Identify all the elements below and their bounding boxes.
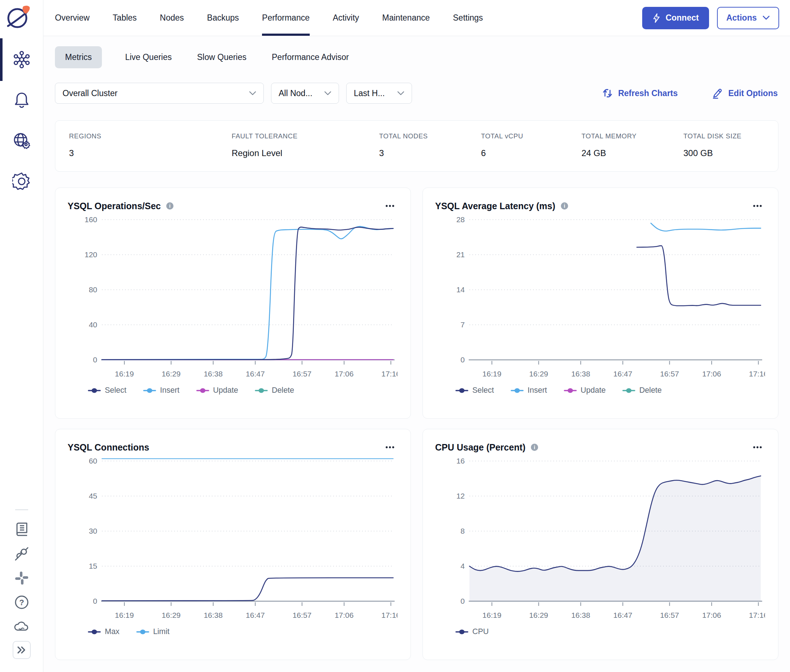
chart-menu-button[interactable] [381,442,398,453]
refresh-charts-label: Refresh Charts [618,88,678,98]
charts-grid: YSQL Operations/Seci0408012016016:1916:2… [55,187,779,660]
refresh-icon [602,88,613,99]
legend-marker [511,388,524,394]
legend-item-select[interactable]: Select [88,386,127,395]
legend-item-select[interactable]: Select [455,386,494,395]
svg-text:40: 40 [89,320,97,329]
sub-tabs: MetricsLive QueriesSlow QueriesPerforman… [43,36,790,68]
svg-text:0: 0 [93,597,97,605]
chart-card-ysql-ops: YSQL Operations/Seci0408012016016:1916:2… [55,187,411,419]
legend-item-update[interactable]: Update [564,386,606,395]
time-range-select[interactable]: Last H... [346,83,412,104]
tab-activity[interactable]: Activity [333,0,359,36]
subtab-slow-queries[interactable]: Slow Queries [195,46,248,68]
legend-item-update[interactable]: Update [196,386,238,395]
legend-item-limit[interactable]: Limit [136,627,170,636]
svg-text:16:19: 16:19 [482,611,502,619]
legend-label: Limit [153,627,170,636]
legend-item-insert[interactable]: Insert [511,386,547,395]
svg-text:16:38: 16:38 [571,370,591,378]
svg-text:17:16: 17:16 [381,370,397,378]
svg-text:16:57: 16:57 [660,611,679,619]
cluster-select[interactable]: Overall Cluster [55,83,264,104]
summary-value: Region Level [232,148,379,158]
tab-maintenance[interactable]: Maintenance [382,0,430,36]
chart-legend: CPU [435,627,766,636]
summary-total-disk-size: TOTAL DISK SIZE300 GB [683,132,764,158]
slack-icon[interactable] [14,570,30,586]
edit-options-button[interactable]: Edit Options [711,88,778,99]
svg-text:120: 120 [85,250,97,259]
legend-item-delete[interactable]: Delete [255,386,294,395]
network-access-globe-icon [12,131,31,150]
tab-nodes[interactable]: Nodes [160,0,184,36]
legend-marker [143,388,156,394]
legend-label: Max [105,627,120,636]
svg-text:28: 28 [457,215,465,224]
subtab-performance-advisor[interactable]: Performance Advisor [269,46,351,68]
tab-performance[interactable]: Performance [262,0,310,36]
refresh-charts-button[interactable]: Refresh Charts [602,88,678,99]
summary-total-nodes: TOTAL NODES3 [379,132,481,158]
tab-overview[interactable]: Overview [55,0,90,36]
sidebar-item-clusters[interactable] [0,44,43,75]
chart-menu-button[interactable] [749,200,766,211]
series-insert [102,227,393,360]
summary-label: REGIONS [69,132,232,140]
subtab-metrics[interactable]: Metrics [55,46,102,68]
tab-backups[interactable]: Backups [207,0,239,36]
svg-text:12: 12 [457,492,465,500]
legend-item-insert[interactable]: Insert [143,386,179,395]
sidebar: ? [0,0,43,672]
summary-total-memory: TOTAL MEMORY24 GB [582,132,683,158]
chart-menu-button[interactable] [749,442,766,453]
svg-text:17:16: 17:16 [381,611,397,619]
info-icon[interactable]: i [530,443,539,451]
svg-text:16:47: 16:47 [613,611,633,619]
svg-text:80: 80 [89,285,97,294]
cloud-status-icon[interactable] [13,619,30,633]
legend-item-delete[interactable]: Delete [622,386,662,395]
time-range-select-value: Last H... [354,88,385,98]
svg-text:16:29: 16:29 [162,370,181,378]
chart-menu-button[interactable] [381,200,398,211]
cluster-network-icon [12,50,31,69]
svg-text:45: 45 [89,492,97,500]
actions-button[interactable]: Actions [717,7,779,29]
chart-title: YSQL Operations/Sec [67,201,161,211]
summary-value: 300 GB [683,148,764,158]
ellipsis-icon [384,445,396,449]
ellipsis-icon [384,204,396,208]
svg-text:16:57: 16:57 [292,370,311,378]
series-insert [651,223,761,231]
tab-settings[interactable]: Settings [453,0,483,36]
sidebar-item-alerts[interactable] [0,85,43,115]
integrations-plug-icon[interactable] [13,546,30,562]
legend-item-cpu[interactable]: CPU [455,627,489,636]
cluster-summary: REGIONS3FAULT TOLERANCERegion LevelTOTAL… [55,120,779,171]
expand-sidebar-button[interactable] [13,641,31,659]
legend-item-max[interactable]: Max [88,627,120,636]
connect-button[interactable]: Connect [642,7,709,29]
legend-marker [88,629,101,635]
nodes-select[interactable]: All Nod... [271,83,339,104]
subtab-live-queries[interactable]: Live Queries [123,46,174,68]
svg-text:17:16: 17:16 [749,370,765,378]
info-icon[interactable]: i [165,202,174,210]
help-question-icon[interactable]: ? [13,594,30,611]
legend-label: Delete [639,386,662,395]
summary-value: 6 [481,148,582,158]
sidebar-item-settings[interactable] [0,165,43,197]
tab-tables[interactable]: Tables [113,0,136,36]
sidebar-item-network-access[interactable] [0,125,43,156]
svg-text:16:29: 16:29 [529,370,548,378]
yugabyte-logo[interactable] [4,3,32,31]
info-icon[interactable]: i [560,202,569,210]
docs-book-icon[interactable] [13,521,30,538]
svg-text:8: 8 [460,527,465,535]
ellipsis-icon [752,204,764,208]
actions-label: Actions [726,13,757,23]
cluster-select-value: Overall Cluster [62,88,117,98]
chart-header: YSQL Operations/Seci [67,198,398,214]
chart-plot-ysql-latency: 0714212816:1916:2916:3816:4716:5717:0617… [435,214,765,384]
